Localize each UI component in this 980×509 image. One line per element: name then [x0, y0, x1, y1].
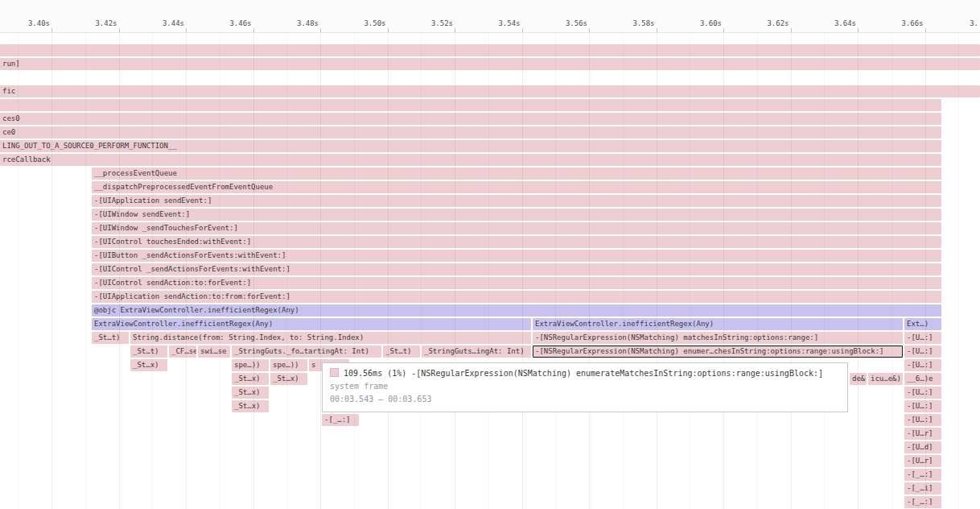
flame-bar[interactable]: ExtraViewController.inefficientRegex(Any… — [92, 318, 531, 330]
flame-bar[interactable]: __dispatchPreprocessedEventFromEventQueu… — [92, 181, 941, 193]
flame-bar[interactable]: _StringGuts…ingAt: Int) — [422, 346, 531, 358]
ruler-tick-label: 3.60s — [700, 19, 723, 27]
ruler-tick-label: 3.52s — [431, 19, 455, 27]
flame-bar[interactable]: -[_…:] — [322, 414, 359, 426]
flame-bar[interactable]: spe…)) — [270, 359, 307, 371]
tooltip-subtitle: system frame — [330, 380, 840, 393]
flame-bar[interactable]: -[U…r] — [904, 455, 941, 467]
ruler-tick-mark — [657, 28, 657, 32]
flame-graph: run]ficces0ce0LING_OUT_TO_A_SOURCE0_PERF… — [0, 0, 980, 509]
ruler-tick-label: 3.58s — [632, 19, 656, 27]
ruler-tick-label: 3. — [970, 19, 980, 27]
flame-bar[interactable]: @objc ExtraViewController.inefficientReg… — [92, 304, 941, 317]
tooltip: 109.56ms (1%) -[NSRegularExpression(NSMa… — [322, 362, 848, 412]
ruler-tick-mark — [925, 28, 926, 32]
flame-bar[interactable]: -[NSRegularExpression(NSMatching) matche… — [533, 332, 903, 344]
flame-bar[interactable]: _St…x) — [232, 373, 269, 385]
flame-bar[interactable] — [0, 99, 941, 111]
flame-bar[interactable]: -[UIControl _sendActionsForEvents:withEv… — [92, 263, 941, 275]
flame-bar[interactable]: run] — [0, 58, 980, 70]
flame-bar[interactable]: icu…e&) — [868, 373, 903, 385]
flame-bar[interactable]: LING_OUT_TO_A_SOURCE0_PERFORM_FUNCTION__ — [0, 140, 941, 152]
ruler-tick-label: 3.56s — [566, 19, 589, 27]
ruler-tick-label: 3.40s — [28, 19, 51, 27]
flame-bar[interactable]: -[_…:] — [904, 496, 941, 508]
flame-bar[interactable]: -[U…:] — [904, 400, 941, 412]
flame-bar[interactable]: _CF…se — [169, 346, 196, 358]
flame-bar[interactable]: de&) — [850, 373, 867, 385]
ruler-tick-label: 3.46s — [229, 19, 253, 27]
category-color-swatch-icon — [330, 368, 339, 377]
ruler-tick-label: 3.62s — [767, 19, 790, 27]
ruler-tick-mark — [253, 28, 254, 32]
flame-bar[interactable]: Ext…) — [904, 318, 941, 330]
ruler-tick-mark — [858, 28, 859, 32]
flame-bar[interactable]: _St…t) — [383, 346, 420, 358]
tooltip-time-range: 00:03.543 — 00:03.653 — [330, 393, 840, 406]
flame-bar[interactable]: -[UIApplication sendAction:to:from:forEv… — [92, 291, 941, 303]
ruler-tick-mark — [119, 28, 120, 32]
ruler-tick-label: 3.44s — [163, 19, 186, 27]
flame-bar[interactable]: -[U…:] — [904, 414, 941, 426]
flame-bar[interactable]: -[U…d] — [904, 441, 941, 453]
flame-bar[interactable]: _St…x) — [232, 387, 269, 399]
flame-bar[interactable]: -[UIWindow sendEvent:] — [92, 209, 941, 221]
flame-bar[interactable]: -[UIButton _sendActionsForEvents:withEve… — [92, 250, 941, 262]
flame-bar[interactable]: -[_…i] — [904, 482, 941, 495]
ruler-tick-mark — [522, 28, 523, 32]
flame-bar[interactable]: -[UIApplication sendEvent:] — [92, 195, 941, 207]
ruler-tick-label: 3.48s — [297, 19, 320, 27]
ruler-tick-label: 3.64s — [834, 19, 858, 27]
ruler-tick-mark — [455, 28, 455, 32]
ruler-tick-mark — [51, 28, 52, 32]
flame-bar[interactable] — [0, 44, 980, 56]
ruler-tick-label: 3.42s — [95, 19, 118, 27]
flame-bar[interactable]: _St…x) — [270, 373, 307, 385]
flame-bar-selected[interactable]: -[NSRegularExpression(NSMatching) enumer… — [533, 346, 903, 358]
flame-bar[interactable]: -[U…:] — [904, 332, 941, 344]
flame-bar[interactable]: String.distance(from: String.Index, to: … — [130, 332, 531, 344]
flame-bar[interactable]: spe…)) — [232, 359, 269, 371]
ruler-tick-mark — [791, 28, 792, 32]
ruler-tick-label: 3.66s — [901, 19, 924, 27]
flame-bar[interactable]: ce0 — [0, 126, 941, 139]
ruler-tick-mark — [589, 28, 590, 32]
flame-bar[interactable]: __6…)e — [904, 373, 941, 385]
flame-bar[interactable]: __processEventQueue — [92, 168, 941, 180]
flame-bar[interactable]: _StringGuts._fo…tartingAt: Int) — [232, 346, 381, 358]
ruler-tick-mark — [320, 28, 321, 32]
flame-bar[interactable]: -[U…:] — [904, 359, 941, 371]
flame-bar[interactable]: -[_…:] — [904, 469, 941, 481]
flame-bar[interactable]: -[UIControl sendAction:to:forEvent:] — [92, 277, 941, 289]
flame-bar[interactable]: _St…x) — [130, 359, 167, 371]
ruler-tick-mark — [723, 28, 724, 32]
flame-bar[interactable]: _St…t) — [92, 332, 129, 344]
flame-bar[interactable]: ExtraViewController.inefficientRegex(Any… — [533, 318, 903, 330]
flame-bar[interactable]: _St…x) — [232, 400, 269, 412]
ruler-tick-label: 3.50s — [364, 19, 387, 27]
flame-bar[interactable]: -[UIWindow _sendTouchesForEvent:] — [92, 222, 941, 234]
flame-bar[interactable]: -[U…:] — [904, 346, 941, 358]
tooltip-title: 109.56ms (1%) -[NSRegularExpression(NSMa… — [344, 369, 823, 378]
tooltip-title-line: 109.56ms (1%) -[NSRegularExpression(NSMa… — [330, 367, 840, 380]
flame-bar[interactable]: rceCallback — [0, 154, 941, 166]
ruler-tick-label: 3.54s — [498, 19, 521, 27]
ruler-tick-mark — [186, 28, 187, 32]
flame-bar[interactable]: -[U…r] — [904, 428, 941, 440]
flame-bar[interactable]: _St…t) — [130, 346, 167, 358]
flame-bar[interactable]: -[UIControl touchesEnded:withEvent:] — [92, 236, 941, 248]
flame-bar[interactable]: -[U…:] — [904, 387, 941, 399]
timeline-ruler[interactable]: 3.40s3.42s3.44s3.46s3.48s3.50s3.52s3.54s… — [0, 0, 980, 33]
ruler-tick-mark — [388, 28, 389, 32]
flame-bar[interactable]: ces0 — [0, 113, 941, 125]
flame-bar[interactable]: fic — [0, 85, 980, 97]
flame-bar[interactable]: swi…se — [198, 346, 230, 358]
